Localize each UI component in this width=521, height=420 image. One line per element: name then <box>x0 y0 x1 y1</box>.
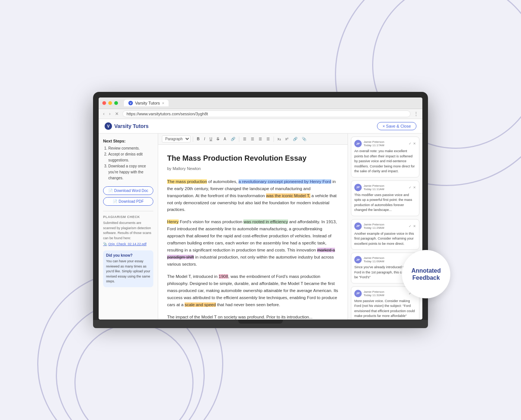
brand-logo: V Varsity Tutors <box>105 122 148 130</box>
download-word-button[interactable]: 📄 Download Word Doc <box>103 186 153 195</box>
comment-avatar-2: JP <box>354 222 362 230</box>
toolbar-superscript[interactable]: x² <box>284 136 290 142</box>
essay-paragraph-4: The impact of the Model T on society was… <box>167 314 339 320</box>
next-step-3: Download a copy once you're happy with t… <box>108 163 153 181</box>
plagiarism-text: Submitted documents are scanned by plagi… <box>103 221 153 241</box>
comment-text-4: More passive voice. Consider making Ford… <box>354 299 416 319</box>
toolbar-image[interactable]: 📎 <box>300 136 308 142</box>
toolbar-separator-2 <box>239 137 239 142</box>
brand-icon: V <box>105 122 112 130</box>
plagiarism-section: PLAGIARISM CHECK Submitted documents are… <box>103 211 153 246</box>
tab-favicon-letter: V <box>130 102 132 105</box>
traffic-light-green[interactable] <box>114 101 118 105</box>
toolbar-outdent[interactable]: ☰ <box>265 136 271 142</box>
toolbar-list-ul[interactable]: ☰ <box>242 136 248 142</box>
next-steps-list: Review comments. Accept or dimiss edit s… <box>103 145 153 181</box>
toolbar-bold[interactable]: B <box>195 136 201 142</box>
comment-header-2: JP Jamie Peterson Today 11:29AM ✓ ✕ <box>354 222 416 230</box>
next-steps-section: Next Steps: Review comments. Accept or d… <box>103 139 153 181</box>
toolbar-hyperlink[interactable]: 🔗 <box>291 136 299 142</box>
comment-actions-1: ✓ ✕ <box>409 186 416 189</box>
highlight-rooted-efficiency: was rooted in efficiency <box>243 219 288 224</box>
highlight-model-t: was the iconic Model T, <box>266 193 310 198</box>
comment-avatar-4: JP <box>354 290 362 297</box>
comment-accept-0[interactable]: ✓ <box>409 142 412 145</box>
comment-dismiss-2[interactable]: ✕ <box>413 224 416 228</box>
browser-titlebar: V Varsity Tutors × <box>99 97 422 109</box>
comment-author-3: Jamie Peterson <box>364 256 409 260</box>
browser-menu-button[interactable]: ⋮ <box>413 111 419 117</box>
traffic-light-yellow[interactable] <box>108 101 112 105</box>
toolbar-indent[interactable]: ☰ <box>257 136 263 142</box>
editor-body[interactable]: The Mass Production Revolution Essay by … <box>158 145 348 320</box>
toolbar-italic[interactable]: I <box>202 136 207 142</box>
laptop-base <box>93 320 428 328</box>
comment-text-2: Another example of passive voice in this… <box>354 231 416 247</box>
comment-text-0: An overall note: you make excellent poin… <box>354 149 416 174</box>
comment-card-1: JP Jamie Peterson Today 11:11AM ✓ ✕ This… <box>351 180 419 216</box>
comment-meta-1: Jamie Peterson Today 11:11AM <box>364 184 409 191</box>
essay-author: by Mallory Newton <box>167 166 339 172</box>
comment-author-1: Jamie Peterson <box>364 184 409 187</box>
toolbar-link[interactable]: 🔗 <box>229 136 237 142</box>
forward-button[interactable]: › <box>108 111 111 116</box>
address-bar[interactable]: https://www.varsitytutors.com/session/3y… <box>122 110 410 117</box>
toolbar-underline[interactable]: U <box>208 136 214 142</box>
comment-meta-0: Jamie Peterson Today 11:17AM <box>364 140 409 147</box>
comment-header-4: JP Jamie Peterson Today 11:32AM ✓ ✕ <box>354 290 416 297</box>
comment-avatar-0: JP <box>354 140 362 147</box>
editor-toolbar: Paragraph B I U S A 🔗 ☰ ☰ ☰ ☰ <box>158 134 348 145</box>
toolbar-subscript[interactable]: x₂ <box>276 136 282 142</box>
comment-time-3: Today 11:00AM <box>364 260 409 263</box>
toolbar-separator-3 <box>274 137 274 142</box>
back-button[interactable]: ‹ <box>102 111 105 116</box>
toolbar-list-ol[interactable]: ☰ <box>249 136 256 142</box>
plagiarism-link[interactable]: 📎 Orig_Check_02.14.22.pdf <box>103 242 153 246</box>
deco-circle-5 <box>74 323 194 420</box>
comment-card-0: JP Jamie Peterson Today 11:17AM ✓ ✕ An o… <box>351 137 419 177</box>
comment-actions-0: ✓ ✕ <box>409 142 416 145</box>
comment-dismiss-1[interactable]: ✕ <box>413 186 416 189</box>
laptop-outer: V Varsity Tutors × ‹ › ✕ https://www.var… <box>93 92 428 320</box>
comment-actions-2: ✓ ✕ <box>409 224 416 228</box>
download-pdf-button[interactable]: 📄 Download PDF <box>103 197 153 206</box>
comment-time-2: Today 11:29AM <box>364 226 409 230</box>
highlight-revolutionary-concept: a revolutionary concept pioneered by Hen… <box>239 179 331 184</box>
comment-meta-4: Jamie Peterson Today 11:32AM <box>364 290 409 297</box>
tab-close-btn[interactable]: × <box>162 101 164 105</box>
comment-header-1: JP Jamie Peterson Today 11:11AM ✓ ✕ <box>354 184 416 191</box>
annotated-feedback-text: AnnotatedFeedback <box>411 267 441 281</box>
laptop-wrapper: V Varsity Tutors × ‹ › ✕ https://www.var… <box>93 92 428 328</box>
toolbar-strikethrough[interactable]: S <box>215 136 221 142</box>
sidebar-download-buttons: 📄 Download Word Doc 📄 Download PDF <box>103 186 153 206</box>
save-close-button[interactable]: × Save & Close <box>377 122 416 130</box>
highlight-1908: 1908 <box>219 274 228 279</box>
attach-icon: 📎 <box>103 242 107 246</box>
toolbar-font-color[interactable]: A <box>222 136 228 142</box>
paragraph-style-select[interactable]: Paragraph <box>162 135 191 142</box>
highlight-paradigm-shift: marked a paradigm shift <box>167 248 335 259</box>
traffic-light-red[interactable] <box>102 101 106 105</box>
did-you-know-text: You can have your essay reviewed as many… <box>106 259 150 284</box>
comment-meta-3: Jamie Peterson Today 11:00AM <box>364 256 409 263</box>
download-pdf-label: Download PDF <box>119 199 144 203</box>
tab-favicon: V <box>128 101 133 105</box>
comment-text-1: This modifier uses passive voice and spi… <box>354 193 416 213</box>
comment-dismiss-0[interactable]: ✕ <box>413 142 416 145</box>
browser-addressbar: ‹ › ✕ https://www.varsitytutors.com/sess… <box>99 109 422 119</box>
comment-accept-1[interactable]: ✓ <box>409 186 412 189</box>
comment-avatar-1: JP <box>354 184 362 191</box>
annotated-feedback-badge: AnnotatedFeedback <box>402 250 450 298</box>
comment-accept-2[interactable]: ✓ <box>409 224 412 228</box>
next-step-2: Accept or dimiss edit suggestions. <box>108 151 153 163</box>
comment-card-2: JP Jamie Peterson Today 11:29AM ✓ ✕ Anot… <box>351 219 419 250</box>
browser-tab[interactable]: V Varsity Tutors × <box>124 100 169 106</box>
tab-title-label: Varsity Tutors <box>135 101 160 105</box>
comment-author-4: Jamie Peterson <box>364 290 409 294</box>
highlight-henry: Henry <box>167 219 179 224</box>
comment-author-0: Jamie Peterson <box>364 140 409 144</box>
refresh-button[interactable]: ✕ <box>114 111 119 116</box>
app-header: V Varsity Tutors × Save & Close <box>99 119 422 134</box>
essay-paragraph-1: The mass production of automobiles, a re… <box>167 178 339 214</box>
essay-paragraph-3: The Model T, introduced in 1908, was the… <box>167 273 339 308</box>
